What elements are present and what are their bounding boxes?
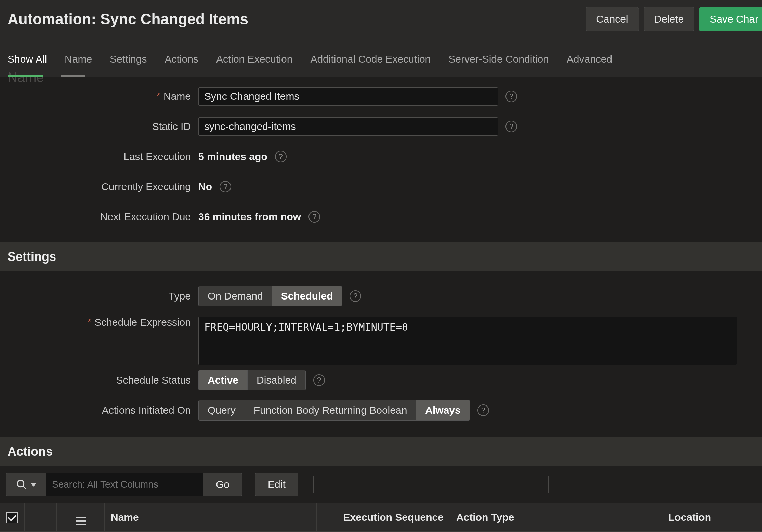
tab-settings[interactable]: Settings: [110, 53, 147, 70]
tab-action-execution[interactable]: Action Execution: [216, 53, 292, 70]
svg-line-1: [23, 486, 26, 489]
table-header-action-type[interactable]: Action Type: [450, 503, 662, 532]
tab-show-all[interactable]: Show All: [8, 53, 47, 70]
currently-executing-value: No: [198, 181, 212, 192]
static-id-input[interactable]: [198, 117, 498, 136]
tabs-container: Name Show All Name Settings Actions Acti…: [0, 38, 762, 77]
table-header-location[interactable]: Location: [662, 503, 762, 532]
schedule-expression-input[interactable]: [198, 317, 737, 365]
label-type: Type: [0, 290, 198, 302]
cancel-button[interactable]: Cancel: [586, 7, 639, 31]
label-last-execution: Last Execution: [0, 151, 198, 162]
init-option-always[interactable]: Always: [416, 400, 469, 420]
table-header-menu[interactable]: [57, 503, 105, 532]
help-icon[interactable]: ?: [275, 151, 287, 162]
table-header-name[interactable]: Name: [105, 503, 317, 532]
tab-underline-active: [8, 75, 43, 77]
chevron-down-icon: [30, 483, 37, 487]
save-changes-button[interactable]: Save Char: [699, 7, 762, 31]
table-header-select[interactable]: [0, 503, 25, 532]
search-input[interactable]: [46, 473, 203, 496]
search-icon: [16, 479, 27, 490]
tab-actions[interactable]: Actions: [165, 53, 198, 70]
table-header-edit: [25, 503, 57, 532]
hamburger-icon: [76, 517, 86, 525]
go-button[interactable]: Go: [203, 473, 242, 496]
help-icon[interactable]: ?: [505, 121, 517, 132]
settings-section: Type On Demand Scheduled ? *Schedule Exp…: [0, 271, 762, 437]
label-name: *Name: [0, 91, 198, 102]
header-buttons: Cancel Delete Save Char: [586, 7, 762, 31]
status-option-disabled[interactable]: Disabled: [248, 370, 305, 390]
name-input[interactable]: [198, 87, 498, 106]
search-column-select[interactable]: [6, 473, 46, 496]
type-option-scheduled[interactable]: Scheduled: [272, 286, 342, 306]
help-icon[interactable]: ?: [313, 374, 325, 386]
label-next-execution-due: Next Execution Due: [0, 211, 198, 223]
init-option-query[interactable]: Query: [199, 400, 245, 420]
help-icon[interactable]: ?: [477, 404, 489, 416]
actions-table: Name Execution Sequence Action Type Loca…: [0, 503, 762, 532]
actions-toolbar: Go Edit: [0, 466, 762, 503]
section-header-actions[interactable]: Actions: [0, 437, 762, 466]
page-title: Automation: Sync Changed Items: [8, 11, 248, 28]
select-all-checkbox[interactable]: [6, 512, 18, 523]
label-schedule-expression: *Schedule Expression: [0, 317, 198, 328]
table-header-execution-sequence[interactable]: Execution Sequence: [317, 503, 450, 532]
tab-name[interactable]: Name: [65, 53, 92, 70]
page-header: Automation: Sync Changed Items Cancel De…: [0, 0, 762, 38]
edit-button[interactable]: Edit: [255, 473, 298, 496]
label-actions-initiated-on: Actions Initiated On: [0, 404, 198, 416]
label-schedule-status: Schedule Status: [0, 374, 198, 386]
svg-point-0: [17, 480, 24, 487]
help-icon[interactable]: ?: [350, 290, 361, 302]
init-option-fn-bool[interactable]: Function Body Returning Boolean: [245, 400, 417, 420]
help-icon[interactable]: ?: [505, 91, 517, 102]
last-execution-value: 5 minutes ago: [198, 151, 267, 162]
toolbar-separator: [548, 476, 549, 493]
type-segmented: On Demand Scheduled: [198, 286, 342, 306]
delete-button[interactable]: Delete: [644, 7, 695, 31]
type-option-on-demand[interactable]: On Demand: [199, 286, 272, 306]
next-execution-due-value: 36 minutes from now: [198, 211, 301, 223]
tab-underline-name: [61, 75, 85, 77]
tab-additional-code-execution[interactable]: Additional Code Execution: [310, 53, 431, 70]
label-static-id: Static ID: [0, 121, 198, 132]
help-icon[interactable]: ?: [220, 181, 231, 192]
tabs: Show All Name Settings Actions Action Ex…: [0, 38, 762, 77]
schedule-status-segmented: Active Disabled: [198, 370, 306, 390]
tab-server-side-condition[interactable]: Server-Side Condition: [448, 53, 549, 70]
name-section: *Name ? Static ID ? Last Execution 5 min…: [0, 77, 762, 242]
status-option-active[interactable]: Active: [199, 370, 248, 390]
label-currently-executing: Currently Executing: [0, 181, 198, 192]
section-header-settings[interactable]: Settings: [0, 242, 762, 271]
toolbar-separator: [313, 476, 314, 493]
actions-initiated-segmented: Query Function Body Returning Boolean Al…: [198, 400, 470, 421]
help-icon[interactable]: ?: [308, 211, 320, 223]
tab-advanced[interactable]: Advanced: [567, 53, 612, 70]
